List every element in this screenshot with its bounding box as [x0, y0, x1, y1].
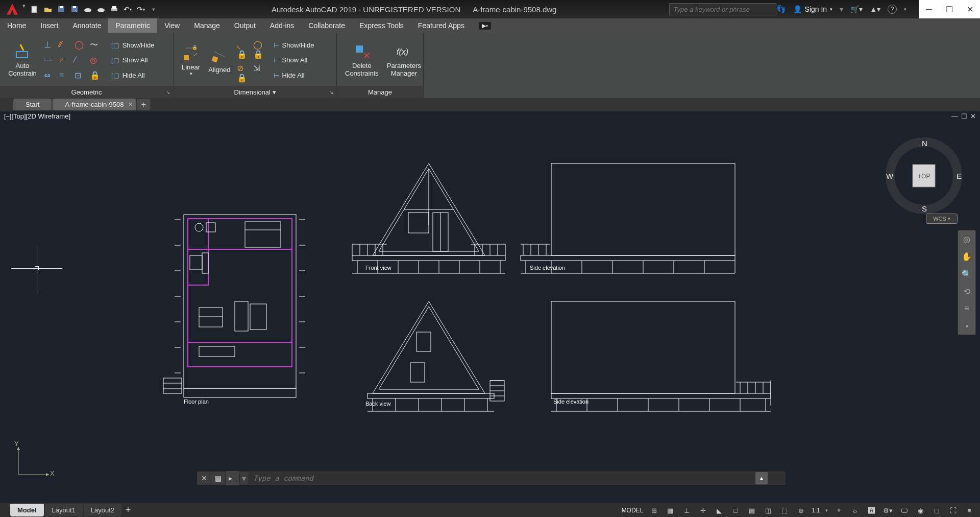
- customize-icon[interactable]: ≡: [964, 505, 975, 516]
- drawing-canvas[interactable]: Floor plan Front view Side elevation Bac…: [0, 123, 980, 502]
- parallel-icon[interactable]: ⁄⁄: [59, 40, 71, 52]
- cmd-close-icon[interactable]: ✕: [197, 471, 211, 485]
- cleanscreen-icon[interactable]: ⛶: [947, 505, 959, 516]
- status-model[interactable]: MODEL: [622, 507, 644, 514]
- viewcube[interactable]: N E S W TOP: [883, 135, 965, 217]
- dim-angular-icon[interactable]: ◟🔒: [237, 40, 249, 59]
- delete-constraints-button[interactable]: ✕ Delete Constraints: [341, 36, 383, 85]
- layout-model[interactable]: Model: [10, 504, 44, 516]
- fix-icon[interactable]: 🔒: [90, 70, 102, 83]
- tab-output[interactable]: Output: [227, 18, 263, 33]
- maximize-button[interactable]: ☐: [939, 0, 960, 18]
- symmetric-icon[interactable]: ⇔: [44, 70, 56, 83]
- concentric-icon[interactable]: ◎: [90, 55, 102, 67]
- app-logo[interactable]: [0, 0, 24, 18]
- grid-icon[interactable]: ⊞: [648, 505, 659, 516]
- auto-constrain-button[interactable]: Auto Constrain: [4, 36, 41, 85]
- vp-maximize-icon[interactable]: ☐: [961, 112, 967, 122]
- viewport-label[interactable]: [–][Top][2D Wireframe]: [4, 112, 70, 122]
- equal-icon[interactable]: =: [59, 70, 71, 83]
- osnap-icon[interactable]: □: [730, 505, 741, 516]
- print-icon[interactable]: [109, 4, 119, 14]
- layout-2[interactable]: Layout2: [84, 504, 121, 516]
- tab-manage[interactable]: Manage: [187, 18, 227, 33]
- annovis-icon[interactable]: ☼: [849, 505, 861, 516]
- add-tab-button[interactable]: +: [137, 99, 150, 110]
- annoauto-icon[interactable]: 🅰: [866, 505, 877, 516]
- saveas-icon[interactable]: [69, 4, 80, 14]
- cmd-history-up-icon[interactable]: ▲: [755, 472, 768, 484]
- annoscale-icon[interactable]: ⌖: [833, 505, 844, 516]
- open-icon[interactable]: [43, 4, 53, 14]
- snap-icon[interactable]: ▦: [665, 505, 676, 516]
- geom-showhide-button[interactable]: [▢Show/Hide: [108, 40, 158, 51]
- geom-hideall-button[interactable]: [▢Hide All: [108, 70, 158, 81]
- showmotion-icon[interactable]: ≡: [960, 302, 973, 315]
- fullnav-icon[interactable]: ◎: [960, 232, 973, 246]
- close-tab-icon[interactable]: ✕: [128, 101, 133, 108]
- dim-radius-icon[interactable]: ◯🔒: [253, 40, 265, 59]
- tab-view[interactable]: View: [157, 18, 187, 33]
- nav-expand-icon[interactable]: ▾: [960, 319, 973, 333]
- command-input[interactable]: [248, 472, 786, 484]
- tangent-icon[interactable]: ◯: [75, 40, 87, 52]
- isolate-icon[interactable]: ◻: [931, 505, 942, 516]
- iso-icon[interactable]: ◣: [714, 505, 725, 516]
- dim-hideall-button[interactable]: ⊢Hide All: [271, 70, 317, 81]
- cloud-save-icon[interactable]: [96, 4, 106, 14]
- close-button[interactable]: ✕: [960, 0, 980, 18]
- hardware-icon[interactable]: ◉: [915, 505, 926, 516]
- layout-1[interactable]: Layout1: [45, 504, 83, 516]
- cart-icon[interactable]: 🛒▾: [850, 5, 863, 13]
- cmd-prompt-icon[interactable]: ▸_: [226, 471, 240, 485]
- keyword-search[interactable]: [669, 3, 776, 15]
- cmd-recent-icon[interactable]: ▤: [211, 471, 226, 485]
- selection-icon[interactable]: ⬚: [779, 505, 790, 516]
- linear-button[interactable]: 🔒 Linear▾: [178, 36, 204, 85]
- wcs-button[interactable]: WCS▾: [926, 214, 958, 224]
- signin-button[interactable]: 👤 Sign In ▾: [793, 5, 833, 13]
- filetab-start[interactable]: Start: [13, 99, 52, 110]
- tab-home[interactable]: Home: [0, 18, 33, 33]
- ortho-icon[interactable]: ⊥: [681, 505, 692, 516]
- vertical-icon[interactable]: ⌿: [59, 55, 71, 67]
- geom-showall-button[interactable]: [▢Show All: [108, 55, 158, 65]
- status-scale[interactable]: 1:1: [812, 507, 820, 514]
- tab-play-icon[interactable]: ▶•: [472, 18, 498, 33]
- polar-icon[interactable]: ✛: [697, 505, 708, 516]
- monitor-icon[interactable]: 🖵: [898, 505, 910, 516]
- undo-icon[interactable]: ↶▾: [122, 4, 133, 14]
- filetab-current[interactable]: A-frame-cabin-9508✕: [53, 99, 136, 110]
- new-icon[interactable]: [30, 4, 40, 14]
- tab-featuredapps[interactable]: Featured Apps: [411, 18, 472, 33]
- cloud-open-icon[interactable]: [83, 4, 93, 14]
- tab-collaborate[interactable]: Collaborate: [301, 18, 352, 33]
- lineweight-icon[interactable]: ▤: [746, 505, 757, 516]
- coincident-icon[interactable]: ⊡: [75, 70, 87, 83]
- tab-annotate[interactable]: Annotate: [65, 18, 108, 33]
- layout-add-button[interactable]: +: [122, 504, 134, 515]
- vp-close-icon[interactable]: ✕: [970, 112, 976, 122]
- redo-icon[interactable]: ↷▾: [136, 4, 146, 14]
- tab-expresstools[interactable]: Express Tools: [352, 18, 411, 33]
- tab-addins[interactable]: Add-ins: [263, 18, 301, 33]
- horizontal-icon[interactable]: —: [44, 55, 56, 67]
- gizmo-icon[interactable]: ⊕: [795, 505, 806, 516]
- share-icon[interactable]: 👣: [776, 5, 786, 14]
- dim-convert-icon[interactable]: ⇲: [253, 63, 265, 83]
- help-icon[interactable]: ?: [888, 5, 897, 14]
- orbit-icon[interactable]: ⟲: [960, 285, 973, 298]
- vp-minimize-icon[interactable]: —: [951, 112, 958, 122]
- transparency-icon[interactable]: ◫: [763, 505, 774, 516]
- pan-icon[interactable]: ✋: [960, 250, 973, 263]
- minimize-button[interactable]: ─: [919, 0, 939, 18]
- tab-insert[interactable]: Insert: [33, 18, 65, 33]
- aligned-button[interactable]: Aligned: [204, 36, 234, 85]
- dim-diameter-icon[interactable]: ⊘🔒: [237, 63, 249, 83]
- smooth-icon[interactable]: 〜: [90, 40, 102, 52]
- tab-parametric[interactable]: Parametric: [108, 18, 157, 33]
- perpendicular-icon[interactable]: ⊥: [44, 40, 56, 52]
- zoom-icon[interactable]: 🔍: [960, 267, 973, 280]
- parameters-manager-button[interactable]: f(x) Parameters Manager: [383, 36, 425, 85]
- save-icon[interactable]: [56, 4, 66, 14]
